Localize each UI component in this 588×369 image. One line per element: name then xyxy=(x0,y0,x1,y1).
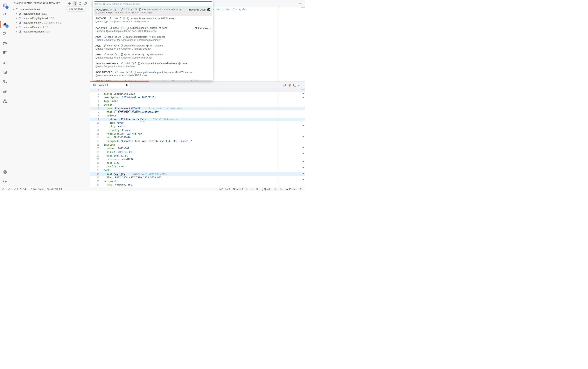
voice-icon[interactable] xyxy=(274,188,277,191)
use-template-icon[interactable] xyxy=(72,1,77,6)
line-number[interactable]: 8 xyxy=(90,114,99,118)
code-line-12[interactable]: country: France xyxy=(104,129,131,132)
line-number[interactable]: 11 xyxy=(90,125,99,129)
quick-pick-item-agu[interactable]: AGUnone4quarto-journals/aguMIT LicenseQu… xyxy=(94,52,212,61)
line-number[interactable]: 7 xyxy=(90,110,99,114)
quarto-version-status[interactable]: Quarto: 99.9.9 xyxy=(47,188,62,191)
code-line-9[interactable]: street: 123 Rue de la Paix"Paix": Unknow… xyxy=(104,118,182,121)
explorer-icon[interactable]: 1 xyxy=(2,3,7,8)
tree-item-mcanouil-highlight-text[interactable]: mcanouil/highlight-text1.3.3 xyxy=(10,16,90,20)
notifications-bell-icon[interactable] xyxy=(300,188,303,191)
code-line-26[interactable]: recipient: xyxy=(104,179,118,183)
modified-dot-icon[interactable] xyxy=(126,84,128,86)
line-number[interactable]: 23 xyxy=(90,168,99,172)
chevron-right-icon[interactable] xyxy=(15,17,18,20)
refresh-icon[interactable] xyxy=(78,1,83,6)
line-number[interactable]: 10 xyxy=(90,121,99,125)
more-actions-icon[interactable]: ··· xyxy=(298,1,301,5)
pipeline-icon[interactable] xyxy=(2,80,7,84)
tree-item-mcanouil-invoice[interactable]: mcanouil/invoice1.3.0 xyxy=(10,25,90,29)
github-icon[interactable] xyxy=(2,41,7,46)
problems-status[interactable]: 0 0 14 xyxy=(8,188,27,191)
source-control-icon[interactable] xyxy=(2,31,7,36)
line-number[interactable]: 15 xyxy=(90,139,99,143)
code-line-7[interactable]: email: Firstname.LASTNAME@company.dev xyxy=(104,110,159,114)
code-line-20[interactable]: reference: abcd1234 xyxy=(104,157,133,161)
eol-status[interactable]: LF xyxy=(256,188,259,191)
live-share-status[interactable]: Live Share xyxy=(30,188,44,191)
tab-untitled-1[interactable]: Untitled-1 xyxy=(90,82,131,88)
code-line-6[interactable]: name: Firstname LASTNAME"Firstname": Unk… xyxy=(104,107,184,110)
code-line-25[interactable]: iban: FR12 1234 4567 7890 1234 5678 901 xyxy=(104,176,161,179)
code-line-2[interactable]: title: Consulting 2023 xyxy=(104,92,135,96)
quarto-starburst-icon[interactable] xyxy=(287,83,292,88)
line-number[interactable]: 2 xyxy=(90,92,99,96)
line-number[interactable]: 13 xyxy=(90,132,99,136)
line-number[interactable]: 6 xyxy=(90,107,99,110)
line-number[interactable]: 25 xyxy=(90,176,99,179)
scrollbar-slider[interactable] xyxy=(301,7,305,8)
chevron-down-icon[interactable] xyxy=(12,8,14,10)
split-editor-icon[interactable] xyxy=(292,83,297,88)
copilot-icon[interactable] xyxy=(280,188,283,191)
extensions-icon[interactable] xyxy=(2,51,7,55)
collapse-all-icon[interactable] xyxy=(83,1,88,6)
indentation-status[interactable]: Spaces: 2 xyxy=(233,188,243,191)
line-number[interactable]: 5 xyxy=(90,103,99,107)
code-line-5[interactable]: sender: xyxy=(104,103,114,107)
line-number[interactable]: 26 xyxy=(90,179,99,183)
quick-pick-item-aog-article[interactable]: AOG ARTICLEnone16aarongullickson/aog-art… xyxy=(94,70,212,79)
scrollbar-slider[interactable] xyxy=(301,89,305,90)
search-icon[interactable] xyxy=(2,12,7,17)
line-number[interactable]: 9 xyxy=(90,118,99,121)
quick-pick-item-invoice[interactable]: INVOICE1.3.040mcanouil/quarto-invoiceMIT… xyxy=(94,16,212,25)
prettier-status[interactable]: ✓✓ Prettier xyxy=(286,188,297,191)
code-line-27[interactable]: name: Company, Inc. xyxy=(104,183,133,187)
line-number[interactable]: 16 xyxy=(90,143,99,147)
code-line-13[interactable]: registration: 123 456 789 xyxy=(104,132,142,136)
code-line-24[interactable]: bic: AZERTYUI"AZERTYUI": Unknown word. xyxy=(104,172,167,176)
tree-item-mcanouil-github[interactable]: mcanouil/github1.1.0 xyxy=(10,11,90,16)
quick-pick-item-acm[interactable]: ACMnone20quarto-journals/acmMIT LicenseQ… xyxy=(94,34,212,43)
add-icon[interactable] xyxy=(67,1,72,6)
remote-explorer-icon[interactable] xyxy=(2,70,7,75)
quick-pick-item-apaquarto[interactable]: APAQUARTOnone316wjschne/apaquartoCreativ… xyxy=(94,79,212,81)
quarto-wizard-icon[interactable]: 1 xyxy=(2,22,7,26)
code-line-15[interactable]: exempted: "Exempted from VAT (article 25… xyxy=(104,139,192,143)
settings-gear-icon[interactable] xyxy=(2,179,7,184)
code-editor[interactable]: 1---2title: Consulting 20233description:… xyxy=(90,88,305,187)
chevron-right-icon[interactable] xyxy=(15,31,18,33)
code-line-18[interactable]: issued: 2024-01-01 xyxy=(104,150,132,154)
line-number[interactable]: 22 xyxy=(90,165,99,169)
code-line-4[interactable]: logo: none xyxy=(104,99,118,103)
code-line-14[interactable]: vat: FR1234567890 xyxy=(104,136,131,139)
container-icon[interactable] xyxy=(2,89,7,94)
tree-item-mcanouil-iconify[interactable]: mcanouil/iconify3.0.0 (latest: 3.0.1) xyxy=(10,20,90,25)
hierarchy-icon[interactable] xyxy=(2,99,7,103)
line-number[interactable]: 27 xyxy=(90,183,99,187)
language-mode-status[interactable]: {} Quarto xyxy=(262,188,271,191)
code-line-3[interactable]: description: 2023/01/01 -- 2023/12/31 xyxy=(104,96,156,99)
code-line-19[interactable]: due: 2024-01-31 xyxy=(104,154,128,158)
line-number[interactable]: 14 xyxy=(90,136,99,139)
code-line-22[interactable]: penalty: €40 xyxy=(104,165,124,169)
quick-pick-item-academic-typst[interactable]: ACADEMIC TYPST0.2.077kazuyanagimoto/quar… xyxy=(94,7,212,16)
quick-pick-item-aaai2026[interactable]: AAAI2026none0selbosh/aaai2026-quartonone… xyxy=(94,25,212,34)
cursor-position-status[interactable]: Ln 1, Col 1 xyxy=(219,188,230,191)
line-number[interactable]: 17 xyxy=(90,147,99,150)
line-number[interactable]: 12 xyxy=(90,129,99,132)
code-line-16[interactable]: invoice: xyxy=(104,143,115,147)
line-number[interactable]: 3 xyxy=(90,96,99,99)
code-line-21[interactable]: fee: 2.28 xyxy=(104,161,119,165)
tree-item-mcanouil-mcanouil[interactable]: mcanouil/mcanouil0.1.4 xyxy=(10,29,90,34)
more-actions-icon[interactable]: ··· xyxy=(297,83,302,88)
line-number[interactable]: 18 xyxy=(90,150,99,154)
preview-icon[interactable] xyxy=(282,83,287,88)
github-icon[interactable] xyxy=(206,8,210,11)
line-number[interactable]: 19 xyxy=(90,154,99,158)
quick-pick-input[interactable] xyxy=(94,1,212,6)
chevron-right-icon[interactable] xyxy=(15,26,18,28)
remote-indicator[interactable] xyxy=(2,188,5,191)
code-line-17[interactable]: number: 2023-001 xyxy=(104,147,129,150)
quick-pick-item-annual-reviews[interactable]: ANNUAL REVIEWS1.0.03christopherkenny/ann… xyxy=(94,61,212,70)
